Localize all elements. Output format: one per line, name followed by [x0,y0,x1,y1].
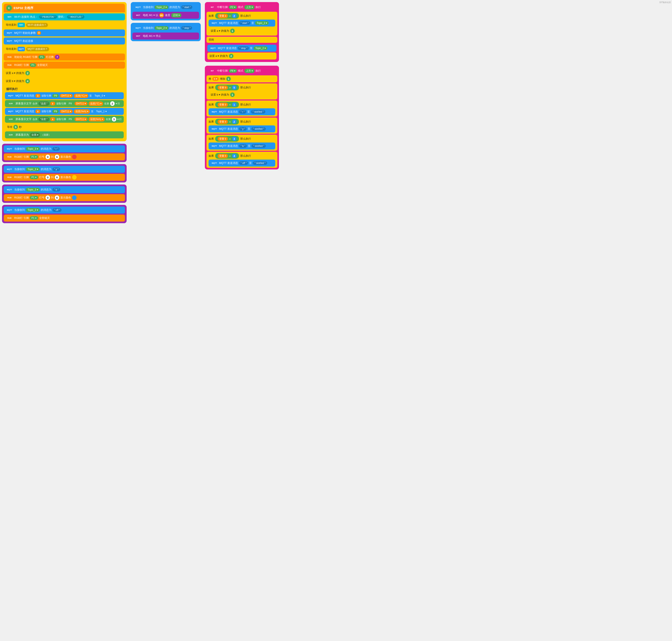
wait-mqtt-icon: MQTT [17,47,25,51]
mqtt-send-hum-label: MQTT 发送消息 [15,110,35,113]
color-dot-red [72,155,77,159]
wifi-success-pill: Wi-Fi 连接成功？ [26,23,48,27]
clear-label: （清屏） [41,133,51,137]
dht11-pill4: DHT11 ▾ [74,118,87,121]
cond-a2: 变量 a = 2 [215,13,239,19]
hum-pill2: 湿度(%rh) ▾ [88,117,105,122]
recv-stop-trigger: MQTT 当接收到 Topic_2 ▾ 的消息为 " stop " [132,25,199,31]
mqtt-stop-icon: MQTT [135,26,142,30]
rgb-recv-r-trigger: MQTT 当接收到 Topic_3 ▾ 的消息为 " r " [4,145,125,152]
wifi-connect-block: WiFi Wi-Fi 连接到 热点： " PB363706 " 密码： " 96… [4,13,125,21]
send-off-block: MQTT MQTT 发送消息 " off " 至 " siot/led " [208,160,275,167]
set-a1-block: 设置 a ▾ 的值为 1 [208,27,275,35]
wait5-num: 5 [13,125,18,129]
add-b1-block: 将 b ▾ 增加 1 [206,76,277,82]
mqtt-b-icon: MQTT [6,187,13,192]
temp-str-pill: "温度:" [39,101,49,106]
wait-wifi-icon: WiFi [17,23,25,27]
screen-text-label2: 屏幕显示文字 [15,118,31,121]
recv-start-action: MOT 电机 M1 ▾ 以 80 速度 正转 ▾ [132,12,199,19]
rgb-recv-off-section: MQTT 当接收到 Topic_3 ▾ 的消息为 " off " RGB RGB… [2,205,127,223]
rgb-recv-y-section: MQTT 当接收到 Topic_3 ▾ 的消息为 " y " RGB RGB灯 … [2,164,127,182]
rgb-count-label: 灯总数 [46,55,54,59]
rgb-off-icon: RGB [6,216,13,220]
merge-label2: 合并 [32,118,38,121]
interrupt-p2-section: INT 中断引脚 P2 ▾ 模式 上升 ▾ 执行 如果 变量 a = 2 那么执… [205,2,279,62]
if-b5-row: 如果 变量 b = 5 那么执行 [208,85,275,91]
send-r-icon: MQTT [210,110,218,114]
dht11-pill3: DHT11 ▾ [60,110,73,113]
rgb-recv-b-action: RGB RGB灯 引脚 P1 ▾ 灯号 0 到 6 显示颜色 [4,194,125,201]
cond-b4: 变量 b = 4 [215,153,239,159]
screen-black-pill: 全黑 ▾ [30,133,40,137]
rgb-init-icon: RGB [6,55,13,59]
motor-start-icon: MOT [135,13,142,17]
rgb-b-icon: RGB [6,195,13,200]
read-pin-label: 读取引脚 [41,94,51,98]
send-r-block: MQTT MQTT 发送消息 " r " 至 " siot/led " [208,108,275,115]
hum-str-pill: "湿度:" [39,117,49,122]
recv-stop-section: MQTT 当接收到 Topic_2 ▾ 的消息为 " stop " MOT 电机… [131,23,201,41]
pwd-pill: " 96437120 " [67,15,85,19]
if-b4-block: 如果 变量 b = 4 那么执行 MQTT MQTT 发送消息 " off " … [206,152,277,168]
hang-label2: ▾ 行 [118,118,122,121]
to-label: 至 [90,94,92,98]
rgb-recv-r-action: RGB RGB灯 引脚 P1 ▾ 灯号 0 到 6 显示颜色 [4,153,125,160]
if-b4-row: 如果 变量 b = 4 那么执行 [208,153,275,159]
mqtt-send-hum-icon: MQTT [7,109,14,114]
mqtt-send-temp-block: MQTT MQTT 发送消息 🌡 读取引脚 P9 DHT11 ▾ 温度(°C) … [5,92,124,99]
else-label: 否则 [206,37,277,43]
esp32-icon: E [6,5,12,11]
right-column: INT 中断引脚 P2 ▾ 模式 上升 ▾ 执行 如果 变量 a = 2 那么执… [205,2,279,169]
mqtt-connect-label: MQTT 发起连接 [14,39,33,43]
rgb-recv-b-trigger: MQTT 当接收到 Topic_3 ▾ 的消息为 " b " [4,186,125,193]
screen-text-label: 屏幕显示文字 [15,102,31,106]
rgb-all-off-label: RGB灯 引脚 [14,63,29,67]
read-pin-label2: 读取引脚 [56,102,66,106]
rgb-init-block: RGB 初始化 RGB灯 引脚 P1 灯总数 7 [4,54,125,60]
screen-clear-icon: SCR [7,133,14,137]
if-a2-row: 如果 变量 a = 2 那么执行 [208,13,275,19]
rgb-recv-b-section: MQTT 当接收到 Topic_3 ▾ 的消息为 " b " RGB RGB灯 … [2,185,127,203]
rgb-r-icon: RGB [6,155,13,159]
if-b5-block: 如果 变量 b = 5 那么执行 设置 b ▾ 的值为 1 [206,83,277,99]
temp-pill2: 温度(°C) ▾ [88,101,103,106]
mqtt-send-temp-icon: MQTT [7,94,14,98]
rgb-recv-section: MQTT 当接收到 Topic_3 ▾ 的消息为 " r " RGB RGB灯 … [2,144,127,223]
row2-num: 2 [110,101,115,106]
wifi-icon: WiFi [6,15,13,19]
main-title: ESP32 主程序 [14,6,33,10]
wait-wifi-label: 等待直到 [6,23,16,27]
p9-pill3: P9 [52,110,59,113]
motor-stop-icon: MOT [135,34,142,38]
interrupt-p8-header: INT 中断引脚 P8 ▾ 模式 上升 ▾ 执行 [206,67,277,74]
send-stop-block: MQTT MQTT 发送消息 " stop " 至 Topic_2 ▾ [207,45,276,52]
hum-pill: 湿度(%rh) ▾ [74,109,90,114]
if-b2-block: 如果 变量 b = 2 那么执行 MQTT MQTT 发送消息 " y " 至 … [206,118,277,134]
int-p8-icon: INT [208,69,216,73]
screen-text-temp-block: SCR 屏幕显示文字 合并 "温度:" 🌡 读取引脚 P9 DHT11 ▾ 温度… [5,100,124,107]
to-label2: 至 [91,110,94,113]
cond-b2: 变量 b = 2 [215,119,239,125]
int-p2-icon: INT [208,5,216,10]
send-start-icon: MQTT [210,21,218,25]
set-b-label: 设置 b ▾ 的值为 [6,79,24,83]
row-label2: 在第 [106,118,111,121]
if-b2-row: 如果 变量 b = 2 那么执行 [208,119,275,125]
send-stop-icon: MQTT [209,46,217,51]
if-b1-block: 如果 变量 b = 1 那么执行 MQTT MQTT 发送消息 " r " 至 … [206,100,277,117]
mqtt-connect-block: MQTT MQTT 发起连接 [4,38,125,44]
recv-start-section: MQTT 当接收到 Topic_2 ▾ 的消息为 " start " MOT 电… [131,2,201,21]
wait-wifi-block: 等待直到 WiFi Wi-Fi 连接成功？ [4,22,125,28]
rgb-recv-y-action: RGB RGB灯 引脚 P1 ▾ 灯号 0 到 6 显示颜色 [4,174,125,181]
mqtt-off-icon: MQTT [6,208,13,212]
color-dot-yellow [72,175,77,179]
screen-clear-block: SCR 屏幕显示为 全黑 ▾ （清屏） [5,131,124,138]
topic0-pill: Topic_0 ▾ [93,94,107,98]
loop-block: 循环执行 MQTT MQTT 发送消息 🌡 读取引脚 P9 DHT11 ▾ 温度… [4,86,125,140]
rgb-recv-y-trigger: MQTT 当接收到 Topic_3 ▾ 的消息为 " y " [4,166,125,173]
hang-label: ▾ 行 [116,102,120,106]
topic1-pill: Topic_1 ▾ [95,110,108,113]
send-y-icon: MQTT [210,127,218,131]
left-column: E ESP32 主程序 WiFi Wi-Fi 连接到 热点： " PB36370… [2,2,127,223]
